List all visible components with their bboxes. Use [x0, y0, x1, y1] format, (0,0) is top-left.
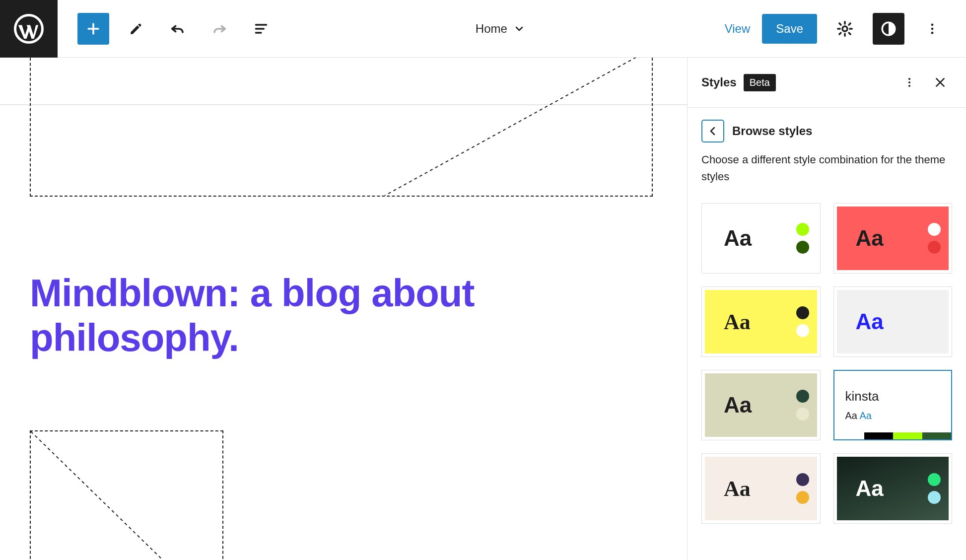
color-dot-icon [928, 324, 941, 337]
add-block-button[interactable] [77, 13, 109, 45]
style-tile[interactable]: Aa [701, 453, 821, 524]
color-dot-icon [796, 223, 809, 236]
color-dot-icon [928, 306, 941, 319]
svg-line-6 [385, 58, 652, 196]
gear-icon [836, 20, 853, 37]
sidebar-body: Browse styles Choose a different style c… [688, 108, 966, 536]
page-heading[interactable]: Mindblown: a blog about philosophy. [30, 271, 526, 360]
sidebar-header: Styles Beta [688, 58, 966, 108]
styles-toggle-button[interactable] [873, 13, 904, 45]
svg-point-8 [908, 78, 910, 80]
style-tiles-grid: Aa Aa Aa [701, 203, 952, 524]
svg-point-10 [908, 85, 910, 87]
back-row: Browse styles [701, 120, 952, 142]
undo-button[interactable] [163, 14, 193, 44]
color-dot-icon [796, 408, 809, 420]
color-dot-icon [796, 306, 809, 319]
color-dot-icon [796, 473, 809, 486]
svg-point-3 [931, 23, 934, 26]
style-tile[interactable]: Aa [701, 286, 821, 357]
color-dot-icon [928, 491, 941, 504]
more-options-button[interactable] [916, 13, 948, 45]
svg-point-1 [842, 26, 847, 31]
placeholder-diagonal-icon [31, 58, 652, 196]
style-preview-text: Aa [856, 476, 884, 501]
sidebar-title: Styles [701, 75, 737, 89]
svg-point-5 [931, 31, 934, 34]
plus-icon [85, 20, 102, 37]
sidebar-more-button[interactable] [897, 67, 921, 98]
undo-icon [169, 20, 186, 37]
view-link[interactable]: View [725, 22, 751, 36]
pencil-icon [128, 21, 144, 37]
more-vertical-icon [903, 76, 915, 88]
edit-tool-button[interactable] [121, 14, 151, 44]
style-tile[interactable]: Aa [701, 370, 821, 440]
style-preview-text: Aa [724, 393, 752, 418]
editor-body: Mindblown: a blog about philosophy. Styl… [0, 58, 966, 560]
color-bar [864, 432, 952, 439]
style-preview-text: Aa [724, 309, 751, 335]
wordpress-icon [14, 14, 44, 44]
page-name: Home [476, 22, 507, 36]
color-dot-icon [796, 390, 809, 403]
more-vertical-icon [925, 22, 939, 36]
back-button[interactable] [701, 120, 724, 142]
panel-description: Choose a different style combination for… [701, 151, 952, 185]
color-dot-icon [796, 324, 809, 337]
toolbar-left-group [58, 13, 276, 45]
color-dot-icon [928, 241, 941, 254]
placeholder-block-top[interactable] [30, 58, 653, 197]
editor-top-bar: Home View Save [0, 0, 966, 58]
color-dot-icon [928, 473, 941, 486]
style-tile-kinsta[interactable]: kinsta Aa Aa [833, 370, 953, 440]
save-button[interactable]: Save [762, 14, 817, 44]
style-name: kinsta [845, 389, 879, 404]
close-icon [934, 76, 947, 89]
close-sidebar-button[interactable] [928, 67, 952, 98]
placeholder-block-bottom[interactable] [30, 430, 223, 560]
style-tile[interactable]: Aa [833, 203, 953, 274]
style-preview-text: Aa [724, 476, 751, 501]
chevron-down-icon [513, 23, 525, 35]
color-dot-icon [796, 491, 809, 504]
wordpress-logo[interactable] [0, 0, 58, 58]
style-tile[interactable]: Aa [833, 286, 953, 357]
svg-point-4 [931, 27, 934, 30]
list-icon [253, 21, 269, 37]
color-dot-icon [796, 241, 809, 254]
style-tile[interactable]: Aa [701, 203, 821, 274]
contrast-icon [880, 20, 897, 37]
svg-line-7 [31, 431, 222, 560]
color-dot-icon [928, 223, 941, 236]
panel-title: Browse styles [732, 124, 812, 138]
beta-badge: Beta [744, 74, 776, 91]
editor-canvas[interactable]: Mindblown: a blog about philosophy. [0, 58, 688, 560]
svg-point-9 [908, 81, 910, 83]
redo-button[interactable] [205, 14, 234, 44]
style-preview-text: Aa Aa [845, 410, 872, 421]
page-selector[interactable]: Home [276, 22, 725, 36]
style-preview-text: Aa [724, 226, 752, 251]
styles-sidebar: Styles Beta Browse sty [688, 58, 966, 560]
document-overview-button[interactable] [246, 14, 276, 44]
style-preview-text: Aa [856, 226, 884, 251]
toolbar-right-group: View Save [725, 13, 966, 45]
chevron-left-icon [707, 125, 719, 137]
style-preview-text: Aa [856, 309, 884, 334]
placeholder-diagonal-icon [31, 431, 222, 560]
settings-button[interactable] [829, 13, 861, 45]
redo-icon [211, 20, 228, 37]
style-tile[interactable]: Aa [833, 453, 953, 524]
